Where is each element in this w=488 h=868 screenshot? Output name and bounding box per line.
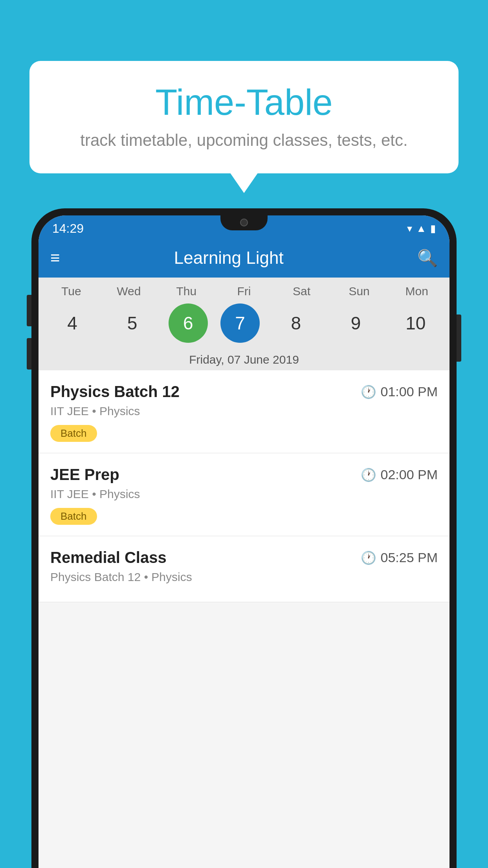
wifi-icon: ▾: [407, 223, 412, 235]
day-9[interactable]: 9: [332, 303, 380, 343]
app-toolbar: ≡ Learning Light 🔍: [39, 238, 449, 278]
status-icons: ▾ ▲ ▮: [407, 223, 436, 235]
day-label-thu: Thu: [163, 285, 210, 298]
item-subtitle-1: IIT JEE • Physics: [50, 405, 438, 418]
item-title-3: Remedial Class: [50, 549, 167, 566]
day-label-mon: Mon: [393, 285, 440, 298]
day-4[interactable]: 4: [49, 303, 96, 343]
day-label-wed: Wed: [105, 285, 152, 298]
item-title-2: JEE Prep: [50, 466, 119, 484]
bubble-title: Time-Table: [53, 83, 435, 122]
day-8[interactable]: 8: [272, 303, 319, 343]
item-time-2: 🕐 02:00 PM: [361, 467, 438, 482]
power-button: [457, 314, 461, 362]
item-time-1: 🕐 01:00 PM: [361, 384, 438, 399]
battery-icon: ▮: [430, 223, 436, 235]
phone-screen: 14:29 ▾ ▲ ▮ ≡ Learning Light 🔍 Tue Wed T…: [39, 215, 449, 868]
item-subtitle-2: IIT JEE • Physics: [50, 487, 438, 501]
clock-icon-3: 🕐: [361, 550, 376, 565]
batch-badge-1: Batch: [50, 425, 97, 442]
day-10[interactable]: 10: [392, 303, 439, 343]
day-labels: Tue Wed Thu Fri Sat Sun Mon: [42, 285, 446, 298]
phone-frame: 14:29 ▾ ▲ ▮ ≡ Learning Light 🔍 Tue Wed T…: [31, 208, 457, 868]
item-header-2: JEE Prep 🕐 02:00 PM: [50, 466, 438, 484]
item-title-1: Physics Batch 12: [50, 383, 180, 401]
day-label-sun: Sun: [336, 285, 383, 298]
item-header-1: Physics Batch 12 🕐 01:00 PM: [50, 383, 438, 401]
speech-bubble: Time-Table track timetable, upcoming cla…: [29, 61, 459, 173]
schedule-list: Physics Batch 12 🕐 01:00 PM IIT JEE • Ph…: [39, 370, 449, 602]
item-subtitle-3: Physics Batch 12 • Physics: [50, 570, 438, 584]
camera: [240, 219, 248, 226]
clock-icon-2: 🕐: [361, 467, 376, 482]
day-label-tue: Tue: [48, 285, 95, 298]
menu-icon[interactable]: ≡: [50, 248, 60, 267]
day-label-sat: Sat: [278, 285, 325, 298]
bubble-subtitle: track timetable, upcoming classes, tests…: [53, 131, 435, 150]
search-icon[interactable]: 🔍: [417, 248, 438, 268]
day-7-selected[interactable]: 7: [220, 303, 260, 343]
clock-icon-1: 🕐: [361, 384, 376, 399]
schedule-item-2[interactable]: JEE Prep 🕐 02:00 PM IIT JEE • Physics Ba…: [39, 453, 449, 536]
schedule-item-1[interactable]: Physics Batch 12 🕐 01:00 PM IIT JEE • Ph…: [39, 370, 449, 453]
day-6-today[interactable]: 6: [169, 303, 208, 343]
volume-down-button: [27, 338, 31, 370]
schedule-item-3[interactable]: Remedial Class 🕐 05:25 PM Physics Batch …: [39, 536, 449, 602]
batch-badge-2: Batch: [50, 508, 97, 525]
volume-up-button: [27, 295, 31, 326]
selected-date-label: Friday, 07 June 2019: [39, 348, 449, 370]
status-time: 14:29: [52, 221, 84, 236]
toolbar-title: Learning Light: [72, 248, 386, 268]
item-time-3: 🕐 05:25 PM: [361, 550, 438, 565]
calendar-strip: Tue Wed Thu Fri Sat Sun Mon 4 5 6 7 8 9 …: [39, 278, 449, 348]
day-numbers: 4 5 6 7 8 9 10: [42, 303, 446, 343]
signal-icon: ▲: [416, 223, 426, 235]
item-header-3: Remedial Class 🕐 05:25 PM: [50, 549, 438, 566]
day-label-fri: Fri: [220, 285, 268, 298]
phone-mockup: 14:29 ▾ ▲ ▮ ≡ Learning Light 🔍 Tue Wed T…: [31, 208, 457, 868]
phone-notch: [220, 215, 268, 230]
day-5[interactable]: 5: [108, 303, 156, 343]
